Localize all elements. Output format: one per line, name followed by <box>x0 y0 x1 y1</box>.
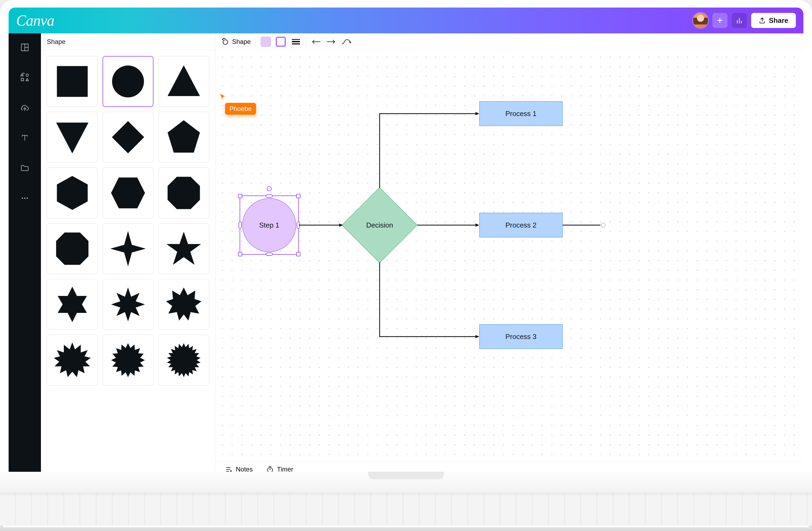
svg-marker-40 <box>476 112 479 115</box>
svg-marker-37 <box>339 224 343 227</box>
resize-handle-w[interactable] <box>238 221 242 229</box>
shape-star4[interactable] <box>103 223 154 274</box>
svg-marker-41 <box>476 335 479 338</box>
line-start-button[interactable] <box>311 38 321 46</box>
resize-handle-sw[interactable] <box>238 252 242 256</box>
shape-rounded-octagon[interactable] <box>47 223 98 274</box>
svg-marker-18 <box>111 177 145 208</box>
node-process-3[interactable]: Process 3 <box>479 324 563 349</box>
resize-handle-nw[interactable] <box>238 194 242 198</box>
laptop-base <box>0 472 812 531</box>
svg-rect-11 <box>57 66 87 97</box>
shape-star5[interactable] <box>158 223 209 274</box>
shape-triangle-down[interactable] <box>47 112 98 163</box>
svg-rect-32 <box>292 43 300 44</box>
lines-icon <box>292 39 300 44</box>
rail-projects[interactable] <box>18 161 31 174</box>
notes-button[interactable]: Notes <box>225 465 253 473</box>
shape-swap-icon <box>221 38 229 46</box>
toolbar-divider-2 <box>306 37 306 47</box>
svg-marker-27 <box>111 343 145 377</box>
insights-button[interactable] <box>732 13 747 28</box>
process2-label: Process 2 <box>505 221 537 229</box>
shape-burst9[interactable] <box>158 279 209 330</box>
topbar-right: + Share <box>693 13 796 28</box>
shape-burst12[interactable] <box>47 335 98 386</box>
border-color-swatch[interactable] <box>276 37 286 47</box>
arrow-left-icon <box>311 39 321 44</box>
svg-point-35 <box>350 42 351 43</box>
svg-marker-17 <box>57 176 87 210</box>
line-endpoint[interactable] <box>601 223 606 228</box>
fill-color-swatch[interactable] <box>261 37 271 47</box>
toolbar-divider <box>256 37 256 47</box>
rail-elements[interactable] <box>18 71 31 84</box>
svg-marker-22 <box>166 232 201 265</box>
svg-marker-19 <box>168 177 200 209</box>
svg-rect-30 <box>292 39 300 40</box>
arrow-step-to-decision[interactable] <box>299 223 345 230</box>
shape-circle[interactable] <box>103 56 154 107</box>
arrow-p2-out[interactable] <box>563 223 606 230</box>
shape-type-label: Shape <box>232 38 251 45</box>
avatar[interactable] <box>693 13 708 28</box>
text-icon <box>20 133 29 142</box>
editor: Shape <box>215 33 803 477</box>
shape-star6[interactable] <box>47 279 98 330</box>
svg-marker-25 <box>166 288 202 321</box>
bar-chart-icon <box>735 16 743 25</box>
shape-hexagon-rot[interactable] <box>103 168 154 218</box>
line-type-button[interactable] <box>341 38 351 46</box>
shape-burst16[interactable] <box>103 335 154 386</box>
node-process-1[interactable]: Process 1 <box>479 101 563 126</box>
svg-marker-21 <box>111 231 146 267</box>
rotate-handle[interactable] <box>267 186 272 191</box>
border-weight-button[interactable] <box>291 38 301 46</box>
shape-diamond[interactable] <box>103 112 154 163</box>
resize-handle-ne[interactable] <box>296 194 301 198</box>
rail-text[interactable] <box>18 131 31 144</box>
body: Shape <box>9 33 803 477</box>
rail-more[interactable] <box>18 192 31 205</box>
shape-triangle[interactable] <box>158 56 209 107</box>
arrow-right-icon <box>327 39 336 44</box>
shape-pentagon[interactable] <box>158 112 209 163</box>
svg-point-8 <box>22 198 23 199</box>
shape-square[interactable] <box>47 56 98 107</box>
timer-icon <box>266 465 274 473</box>
shape-star8[interactable] <box>103 279 154 330</box>
add-button[interactable]: + <box>712 13 727 28</box>
node-step1[interactable]: Step 1 <box>240 196 299 255</box>
shape-octagon[interactable] <box>158 168 209 218</box>
timer-button[interactable]: Timer <box>266 465 293 473</box>
arrow-decision-to-p1[interactable] <box>377 109 482 190</box>
line-end-button[interactable] <box>326 38 336 46</box>
plus-icon: + <box>717 15 723 26</box>
svg-point-12 <box>112 66 144 97</box>
upload-icon <box>759 17 766 24</box>
node-decision[interactable]: Decision <box>342 187 417 263</box>
ellipsis-icon <box>21 194 29 202</box>
brand-logo[interactable]: Canva <box>16 12 54 29</box>
canvas[interactable]: Phoebe <box>215 50 803 461</box>
selection-box <box>240 196 299 255</box>
resize-handle-se[interactable] <box>296 252 301 256</box>
shape-panel: Shape <box>41 33 215 477</box>
arrow-decision-to-p2[interactable] <box>417 223 482 230</box>
node-process-2[interactable]: Process 2 <box>479 213 563 238</box>
shape-burst20[interactable] <box>158 335 209 386</box>
shape-hexagon[interactable] <box>47 168 98 218</box>
resize-handle-n[interactable] <box>266 195 273 198</box>
share-button[interactable]: Share <box>751 13 796 28</box>
folder-icon <box>20 163 29 173</box>
shape-type-dropdown[interactable]: Shape <box>221 38 251 46</box>
topbar: Canva + Share <box>9 8 803 33</box>
curved-line-icon <box>342 39 351 45</box>
process3-label: Process 3 <box>505 332 537 341</box>
resize-handle-s[interactable] <box>266 253 273 256</box>
panel-title: Shape <box>41 33 215 50</box>
svg-marker-28 <box>167 343 201 377</box>
rail-templates[interactable] <box>18 41 31 54</box>
rail-uploads[interactable] <box>18 101 31 114</box>
arrow-decision-to-p3[interactable] <box>377 262 482 343</box>
